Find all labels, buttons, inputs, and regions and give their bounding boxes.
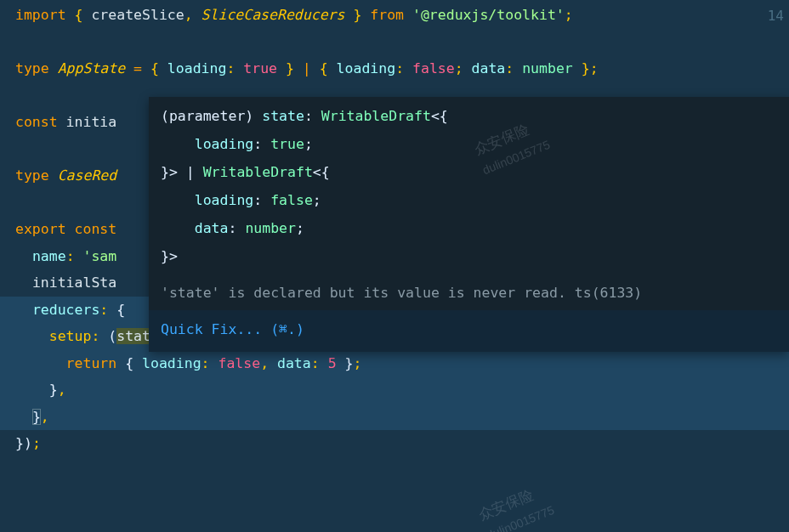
type-signature: (parameter) state: WritableDraft<{ loadi… bbox=[149, 97, 789, 275]
code-line[interactable]: }); bbox=[15, 430, 789, 457]
diagnostic-message: 'state' is declared but its value is nev… bbox=[149, 275, 789, 310]
code-line-highlighted[interactable]: }, bbox=[0, 376, 789, 404]
quick-fix-link[interactable]: Quick Fix... (⌘.) bbox=[149, 310, 789, 352]
code-line[interactable]: type AppState = { loading: true } | { lo… bbox=[15, 55, 789, 82]
hover-tooltip[interactable]: (parameter) state: WritableDraft<{ loadi… bbox=[149, 97, 789, 352]
code-line[interactable]: import { createSlice, SliceCaseReducers … bbox=[15, 2, 789, 29]
code-line[interactable] bbox=[15, 29, 789, 56]
line-number: 14 bbox=[768, 3, 784, 29]
watermark: 众安保险 dulin0015775 bbox=[474, 477, 559, 532]
matching-brace: } bbox=[32, 409, 41, 425]
code-line-highlighted[interactable]: return { loading: false, data: 5 }; bbox=[0, 350, 789, 377]
code-line-highlighted[interactable]: }, bbox=[0, 404, 789, 431]
